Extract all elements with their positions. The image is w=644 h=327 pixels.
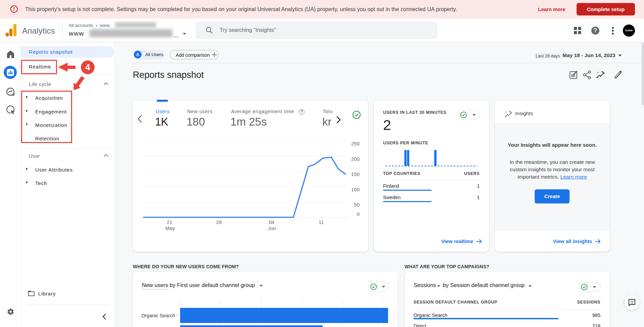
svg-text:Jun: Jun [268,225,276,231]
svg-text:04: 04 [269,219,274,225]
svg-text:150: 150 [351,171,360,177]
svg-text:100: 100 [351,187,360,192]
svg-text:250: 250 [351,141,360,146]
svg-text:28: 28 [216,219,222,225]
svg-text:0: 0 [357,211,360,217]
svg-text:Organic Search: Organic Search [141,313,175,318]
svg-text:May: May [165,225,175,231]
svg-text:21: 21 [167,219,172,225]
svg-text:50: 50 [354,202,360,207]
svg-text:200: 200 [351,156,360,162]
svg-text:11: 11 [319,219,324,225]
